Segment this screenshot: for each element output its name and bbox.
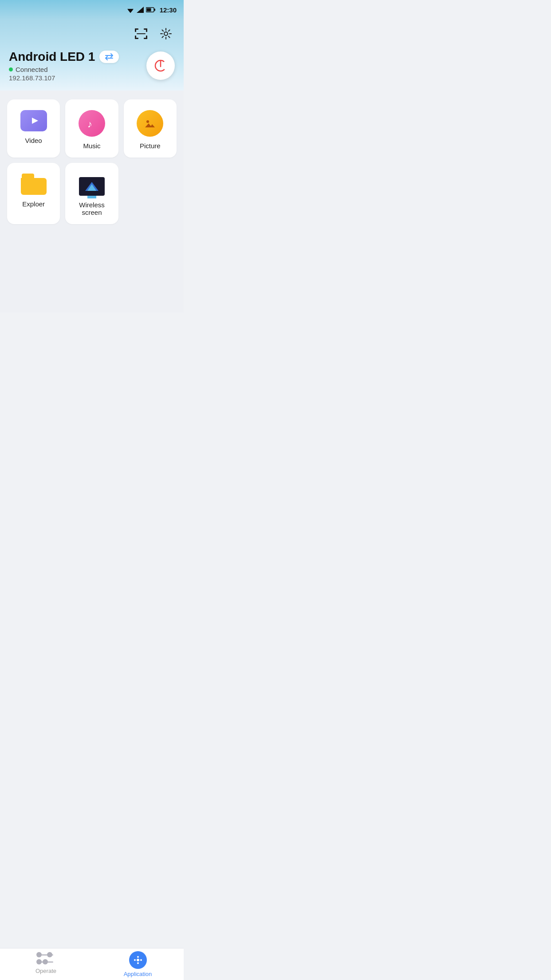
svg-marker-1 [128, 10, 133, 13]
empty-slot [124, 163, 177, 224]
svg-rect-14 [137, 33, 146, 34]
header: Android LED 1 Connected 192.168.73.107 [0, 20, 184, 91]
power-button[interactable] [146, 51, 175, 80]
connected-row: Connected [9, 66, 119, 73]
wifi-icon [126, 7, 134, 13]
music-label: Music [83, 142, 100, 150]
image-icon [142, 116, 157, 131]
video-card[interactable]: Video [7, 99, 60, 158]
svg-text:♪: ♪ [87, 119, 92, 130]
switch-icon [105, 53, 114, 60]
svg-rect-11 [135, 36, 136, 39]
svg-marker-2 [137, 7, 144, 13]
video-icon [20, 110, 47, 131]
scan-button[interactable] [132, 25, 150, 43]
scan-icon [135, 28, 147, 39]
device-info: Android LED 1 Connected 192.168.73.107 [9, 50, 119, 82]
status-bar: 12:30 [0, 0, 184, 20]
svg-point-15 [164, 32, 168, 36]
status-time: 12:30 [160, 6, 177, 14]
device-name-text: Android LED 1 [9, 50, 95, 64]
svg-rect-5 [146, 8, 151, 12]
signal-icon [137, 7, 144, 13]
grid-row2: Exploer Wirelessscreen [7, 163, 177, 224]
device-row: Android LED 1 Connected 192.168.73.107 [9, 50, 175, 82]
header-top [9, 25, 175, 43]
play-icon [28, 115, 40, 127]
grid-row1: Video ♪ Music Picture [7, 99, 177, 158]
settings-button[interactable] [157, 25, 175, 43]
music-icon: ♪ [79, 110, 105, 137]
connected-dot [9, 67, 13, 71]
svg-point-20 [146, 120, 149, 123]
picture-label: Picture [140, 142, 161, 150]
note-icon: ♪ [85, 117, 98, 130]
svg-marker-18 [32, 118, 38, 124]
connected-text: Connected [16, 66, 48, 73]
settings-icon [160, 28, 172, 40]
status-icons: 12:30 [126, 6, 177, 14]
power-icon [153, 59, 168, 73]
battery-icon [146, 7, 156, 12]
main-content: Video ♪ Music Picture [0, 91, 184, 312]
wireless-screen-label: Wirelessscreen [79, 201, 105, 216]
music-card[interactable]: ♪ Music [65, 99, 118, 158]
svg-rect-7 [135, 28, 136, 32]
exploer-card[interactable]: Exploer [7, 163, 60, 224]
switch-button[interactable] [99, 51, 119, 63]
wireless-screen-card[interactable]: Wirelessscreen [65, 163, 118, 224]
svg-rect-13 [146, 36, 147, 39]
monitor-inner-icon [83, 180, 101, 193]
ip-text: 192.168.73.107 [9, 74, 119, 82]
video-label: Video [25, 137, 42, 144]
device-name-row: Android LED 1 [9, 50, 119, 64]
svg-rect-4 [154, 9, 155, 11]
folder-icon [21, 174, 47, 195]
wireless-screen-icon [79, 174, 105, 196]
svg-rect-9 [146, 28, 147, 32]
picture-icon [137, 110, 163, 137]
picture-card[interactable]: Picture [124, 99, 177, 158]
exploer-label: Exploer [22, 200, 45, 208]
